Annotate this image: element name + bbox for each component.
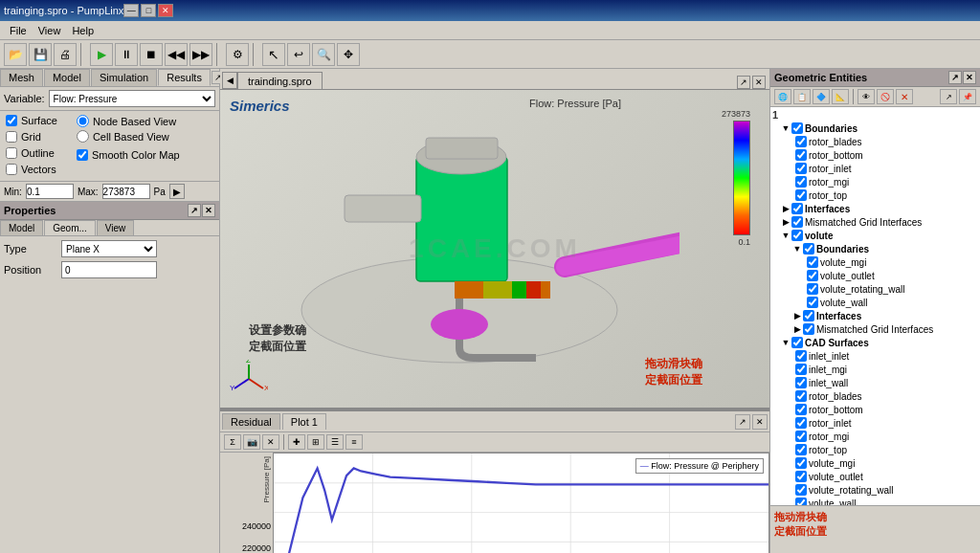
tree-volute[interactable]: ▼ volute (772, 229, 978, 242)
cb-rotor-blades[interactable] (795, 136, 807, 147)
max-input[interactable] (102, 184, 150, 199)
toolbar-pointer[interactable]: ↖ (262, 43, 285, 66)
tree-cad-volute-outlet[interactable]: volute_outlet (772, 470, 978, 483)
geo-btn-1[interactable]: 🌐 (774, 89, 791, 104)
tree-cad-inlet-mgi[interactable]: inlet_mgi (772, 363, 978, 376)
tree-volute-rotating-wall[interactable]: volute_rotating_wall (772, 282, 978, 296)
tab-model[interactable]: Model (44, 69, 90, 86)
geo-right-btn2[interactable]: 📌 (959, 89, 976, 104)
cb-rotor-mgi[interactable] (795, 176, 807, 188)
toolbar-rotate[interactable]: ↩ (287, 43, 310, 66)
plot-grid-btn[interactable]: ⊞ (307, 434, 324, 450)
tab-trainding-spro[interactable]: trainding.spro (237, 72, 323, 89)
tree-interfaces-rotor[interactable]: ▶ Interfaces (772, 202, 978, 215)
tree-cad-rotor-inlet[interactable]: rotor_inlet (772, 416, 978, 430)
tree-rotor-top[interactable]: rotor_top (772, 188, 978, 202)
cb-cad-rotor-bottom[interactable] (795, 404, 807, 415)
tree-cad-rotor-blades[interactable]: rotor_blades (772, 389, 978, 403)
cb-volute-mgi[interactable] (807, 256, 818, 268)
cb-cad-rotor-mgi[interactable] (795, 431, 807, 442)
cb-cad-volute-outlet[interactable] (795, 471, 807, 482)
toolbar-run[interactable]: ▶ (90, 43, 113, 66)
plot-list-btn[interactable]: ☰ (326, 434, 344, 450)
tree-interfaces-volute[interactable]: ▶ Interfaces (772, 309, 978, 322)
plot-add-btn[interactable]: ✚ (288, 434, 305, 450)
tab-residual[interactable]: Residual (222, 413, 280, 430)
cb-cad-inlet-mgi[interactable] (795, 364, 807, 375)
cb-cad-volute-rotating-wall[interactable] (795, 484, 807, 496)
geo-eye-btn[interactable]: 👁 (858, 89, 875, 104)
checkbox-vectors[interactable] (6, 164, 17, 175)
props-position-input[interactable] (61, 261, 157, 278)
plot-menu-btn[interactable]: ≡ (345, 434, 363, 450)
tree-boundaries-volute[interactable]: ▼ Boundaries (772, 242, 978, 255)
cb-volute-outlet[interactable] (807, 270, 818, 281)
toolbar-print[interactable]: 🖨 (54, 43, 77, 66)
geo-float-btn[interactable]: ↗ (948, 71, 962, 84)
tree-boundaries-rotor[interactable]: ▼ Boundaries (772, 122, 978, 135)
props-close-btn[interactable]: ✕ (202, 204, 215, 217)
geo-hide-btn[interactable]: 🚫 (877, 89, 894, 104)
checkbox-surface[interactable] (6, 115, 17, 126)
tree-cad-volute-wall[interactable]: volute_wall (772, 497, 978, 505)
geo-btn-2[interactable]: 📋 (793, 89, 811, 104)
checkbox-grid[interactable] (6, 131, 17, 143)
plot-camera-btn[interactable]: 📷 (243, 434, 260, 450)
plot-float-btn[interactable]: ↗ (735, 414, 750, 430)
cb-rotor-bottom[interactable] (795, 149, 807, 161)
tree-rotor-mgi[interactable]: rotor_mgi (772, 175, 978, 188)
cb-boundaries-rotor[interactable] (791, 122, 803, 134)
cb-mismatched-volute[interactable] (803, 323, 814, 335)
plot-delete-btn[interactable]: ✕ (262, 434, 279, 450)
cb-mismatched-rotor[interactable] (791, 216, 803, 228)
tree-rotor-inlet[interactable]: rotor_inlet (772, 162, 978, 175)
toolbar-pause[interactable]: ⏸ (115, 43, 138, 66)
toolbar-back[interactable]: ◀◀ (165, 43, 188, 66)
nav-left-btn[interactable]: ◀ (222, 72, 237, 89)
cb-interfaces-volute[interactable] (803, 310, 814, 321)
geo-btn-3[interactable]: 🔷 (813, 89, 830, 104)
viewport-float-btn[interactable]: ↗ (737, 76, 750, 89)
tree-cad-volute-mgi[interactable]: volute_mgi (772, 456, 978, 470)
plot-close-btn[interactable]: ✕ (752, 414, 768, 430)
geo-right-btn1[interactable]: ↗ (940, 89, 957, 104)
cb-volute[interactable] (791, 230, 803, 241)
tree-cad-rotor-bottom[interactable]: rotor_bottom (772, 403, 978, 416)
cb-rotor-inlet[interactable] (795, 163, 807, 174)
minimize-button[interactable]: — (123, 4, 139, 17)
cb-cad-inlet-wall[interactable] (795, 377, 807, 388)
props-tab-geom[interactable]: Geom... (44, 220, 96, 235)
tree-mismatched-rotor[interactable]: ▶ Mismatched Grid Interfaces (772, 215, 978, 229)
geo-delete-btn[interactable]: ✕ (896, 89, 913, 104)
menu-view[interactable]: View (33, 23, 67, 38)
props-float-btn[interactable]: ↗ (188, 204, 201, 217)
tab-mesh[interactable]: Mesh (0, 69, 43, 86)
radio-cell-based[interactable] (77, 130, 89, 143)
props-tab-model[interactable]: Model (0, 220, 43, 235)
checkbox-outline[interactable] (6, 147, 17, 159)
tree-cad-inlet-wall[interactable]: inlet_wall (772, 376, 978, 389)
tree-cad-inlet-inlet[interactable]: inlet_inlet (772, 349, 978, 363)
cb-cad-surfaces[interactable] (791, 337, 803, 348)
plot-sigma-btn[interactable]: Σ (224, 434, 241, 450)
min-input[interactable] (26, 184, 74, 199)
tree-cad-rotor-mgi[interactable]: rotor_mgi (772, 430, 978, 443)
toolbar-save[interactable]: 💾 (29, 43, 52, 66)
toolbar-zoom[interactable]: 🔍 (312, 43, 335, 66)
tab-plot1[interactable]: Plot 1 (282, 413, 326, 430)
radio-node-based[interactable] (77, 115, 89, 127)
tree-volute-mgi[interactable]: volute_mgi (772, 255, 978, 269)
tab-results[interactable]: Results (158, 69, 211, 86)
props-type-select[interactable]: Plane X Plane Y Plane Z (61, 240, 157, 257)
maximize-button[interactable]: □ (141, 4, 156, 17)
menu-file[interactable]: File (4, 23, 33, 38)
viewport-close-btn[interactable]: ✕ (752, 76, 766, 89)
tree-cad-rotor-top[interactable]: rotor_top (772, 443, 978, 456)
cb-volute-rotating-wall[interactable] (807, 283, 818, 295)
tree-cad-volute-rotating-wall[interactable]: volute_rotating_wall (772, 483, 978, 497)
cb-cad-rotor-top[interactable] (795, 444, 807, 455)
cb-interfaces[interactable] (791, 203, 803, 214)
close-button[interactable]: ✕ (158, 4, 173, 17)
props-tab-view[interactable]: View (97, 220, 135, 235)
menu-help[interactable]: Help (66, 23, 100, 38)
